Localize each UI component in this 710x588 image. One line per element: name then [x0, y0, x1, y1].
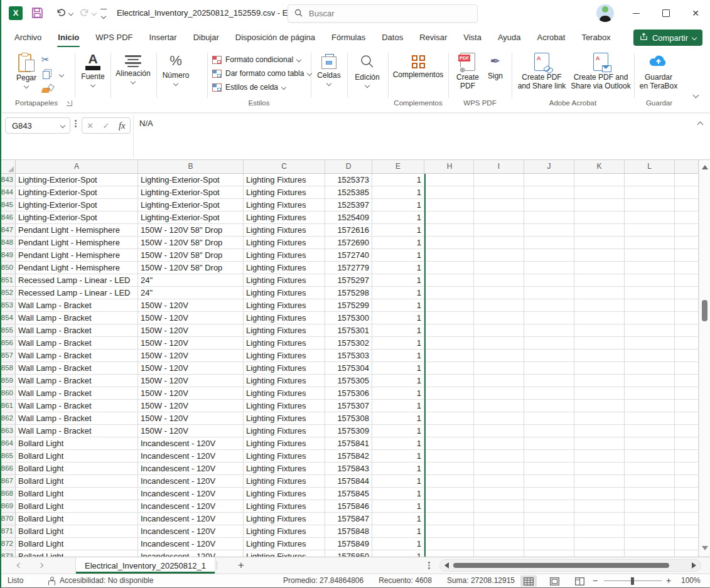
cell[interactable]: Lighting-Exterior-Spot [16, 211, 138, 224]
cell[interactable] [675, 237, 699, 249]
cell[interactable] [524, 488, 574, 500]
cell[interactable] [474, 400, 524, 412]
cell[interactable] [474, 262, 524, 274]
cell[interactable]: 150W - 120V [138, 375, 244, 387]
cell[interactable]: Wall Lamp - Bracket [16, 362, 138, 375]
cell[interactable]: Lighting-Exterior-Spot [138, 211, 244, 224]
cell[interactable] [574, 350, 625, 362]
cell[interactable]: 1 [372, 362, 424, 375]
search-input[interactable] [308, 8, 461, 19]
cell[interactable] [426, 362, 474, 375]
row-header[interactable]: 867 [0, 475, 16, 488]
cell[interactable]: Incandescent - 120V [138, 475, 244, 488]
cell[interactable]: Lighting Fixtures [244, 375, 325, 387]
cell[interactable] [675, 174, 699, 186]
row-header[interactable]: 869 [0, 500, 16, 513]
cell[interactable]: Lighting-Exterior-Spot [16, 199, 138, 211]
cell[interactable] [426, 475, 474, 488]
tab-archivo[interactable]: Archivo [6, 27, 50, 48]
scroll-right-icon[interactable] [692, 562, 696, 569]
cell[interactable] [625, 324, 675, 337]
cell[interactable]: Lighting-Exterior-Spot [138, 199, 244, 211]
cell[interactable] [474, 513, 524, 525]
row-header[interactable]: 866 [0, 462, 16, 475]
font-group-button[interactable]: A Fuente [77, 53, 109, 87]
column-header[interactable]: L [625, 160, 675, 174]
cell[interactable]: 1575302 [325, 337, 372, 350]
cell[interactable]: 1575297 [325, 274, 372, 287]
cell[interactable]: Lighting-Exterior-Spot [138, 174, 244, 186]
row-header[interactable]: 851 [0, 274, 16, 287]
horizontal-scrollbar-thumb[interactable] [453, 563, 669, 568]
cell[interactable]: 150W - 120V 58" Drop [138, 262, 244, 274]
cell[interactable] [675, 299, 699, 312]
cell[interactable]: Lighting Fixtures [244, 488, 325, 500]
scroll-down-icon[interactable] [702, 546, 708, 550]
zoom-level[interactable]: 100% [681, 574, 701, 587]
cell[interactable]: 1 [372, 237, 424, 249]
row-header[interactable]: 855 [0, 324, 16, 337]
cell[interactable] [574, 337, 625, 350]
cell[interactable] [675, 475, 699, 488]
row-header[interactable]: 861 [0, 400, 16, 412]
horizontal-scrollbar[interactable] [439, 559, 701, 572]
cell[interactable] [474, 550, 524, 557]
cell[interactable] [426, 525, 474, 538]
cell[interactable]: 1 [372, 387, 424, 400]
cell[interactable] [574, 262, 625, 274]
column-header[interactable] [675, 160, 699, 174]
cell[interactable] [426, 337, 474, 350]
tab-disposici-n-de-p-gina[interactable]: Disposición de página [227, 27, 323, 48]
row-header[interactable]: 853 [0, 299, 16, 312]
cell[interactable] [675, 412, 699, 425]
cell[interactable] [625, 500, 675, 513]
cell[interactable]: Lighting Fixtures [244, 525, 325, 538]
cell[interactable]: 1575842 [325, 450, 372, 462]
cell[interactable] [474, 299, 524, 312]
cell[interactable] [524, 262, 574, 274]
row-header[interactable]: 873 [0, 550, 16, 557]
close-button[interactable]: ✕ [681, 0, 710, 26]
cell[interactable]: Lighting Fixtures [244, 274, 325, 287]
cell[interactable] [426, 350, 474, 362]
cell[interactable]: Lighting Fixtures [244, 550, 325, 557]
cell[interactable]: Lighting Fixtures [244, 299, 325, 312]
cell[interactable]: 1 [372, 513, 424, 525]
maximize-button[interactable] [652, 0, 680, 26]
cell[interactable] [675, 488, 699, 500]
cell[interactable] [474, 437, 524, 450]
cell[interactable] [524, 274, 574, 287]
cell[interactable]: Wall Lamp - Bracket [16, 312, 138, 324]
cell[interactable]: Wall Lamp - Bracket [16, 412, 138, 425]
cell[interactable] [474, 525, 524, 538]
cell[interactable]: 1575847 [325, 513, 372, 525]
cell[interactable] [675, 425, 699, 437]
sheet-tab-active[interactable]: Electrical_Inventory_20250812_1 [75, 557, 215, 574]
cell[interactable] [574, 387, 625, 400]
cell[interactable]: Lighting Fixtures [244, 337, 325, 350]
minimize-button[interactable] [621, 0, 650, 26]
cell[interactable] [426, 174, 474, 186]
cell[interactable] [574, 274, 625, 287]
create-pdf-button[interactable]: PDF⊕ Create PDF [453, 53, 482, 90]
row-header[interactable]: 872 [0, 538, 16, 550]
cell[interactable] [574, 324, 625, 337]
cell[interactable]: 1525385 [325, 186, 372, 199]
cell[interactable]: 150W - 120V [138, 425, 244, 437]
cell[interactable]: Incandescent - 120V [138, 550, 244, 557]
cell[interactable] [474, 224, 524, 237]
cell[interactable]: 1575300 [325, 312, 372, 324]
cell[interactable] [426, 387, 474, 400]
enter-icon[interactable]: ✓ [103, 121, 110, 131]
cell[interactable] [574, 211, 625, 224]
format-painter-button[interactable] [41, 84, 53, 97]
cell[interactable] [574, 287, 625, 299]
cell[interactable] [426, 400, 474, 412]
cell[interactable]: 1 [372, 262, 424, 274]
cell[interactable]: Wall Lamp - Bracket [16, 350, 138, 362]
cell[interactable] [675, 199, 699, 211]
cell[interactable] [524, 350, 574, 362]
cell[interactable] [426, 186, 474, 199]
cell[interactable] [426, 538, 474, 550]
cell[interactable] [574, 500, 625, 513]
